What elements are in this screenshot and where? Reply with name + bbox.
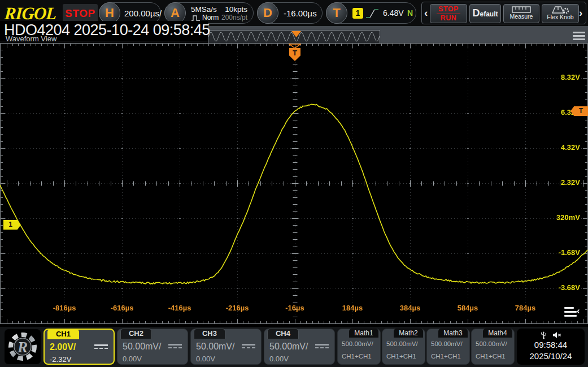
- volt-axis-label: 8.32V: [561, 73, 580, 81]
- horizontal-scale-value: 200.00µs/: [124, 8, 162, 18]
- d-knob-icon[interactable]: D: [257, 2, 278, 24]
- trigger-position-outline-icon: [289, 44, 301, 49]
- ch1-offset: -2.32V: [50, 355, 71, 364]
- time-axis-label: 784µs: [503, 304, 548, 312]
- time-axis-label: 184µs: [330, 304, 375, 312]
- ch2-offset: 0.00V: [123, 355, 142, 363]
- time-axis-label: 384µs: [387, 304, 433, 312]
- flex-knob-button[interactable]: Flex Knob: [542, 4, 579, 23]
- waveform-display: [0, 43, 588, 324]
- channel-card-ch3[interactable]: CH3 50.00mV/ 0.00V: [190, 329, 262, 365]
- math-card-math3[interactable]: Math3 500.00mV/ CH1+CH1: [426, 329, 470, 365]
- math3-scale: 500.00mV/: [431, 340, 463, 347]
- t-knob-icon[interactable]: T: [326, 2, 347, 24]
- math1-expression: CH1+CH1: [342, 353, 372, 360]
- math4-expression: CH1+CH1: [476, 353, 506, 360]
- horizontal-offset-value: -16.00µs: [284, 8, 317, 18]
- sample-rate: 5MSa/s: [191, 5, 217, 14]
- ch4-offset: 0.00V: [269, 355, 289, 363]
- rigol-gear-logo[interactable]: R: [5, 329, 41, 364]
- time-axis-label: -816µs: [42, 304, 87, 312]
- math4-tab[interactable]: Math4: [483, 329, 512, 338]
- ch4-scale: 50.00mV/: [269, 342, 308, 352]
- math3-expression: CH1+CH1: [431, 353, 461, 360]
- waveform-view-label: Waveform View: [6, 34, 56, 43]
- math2-expression: CH1+CH1: [386, 353, 416, 360]
- ch4-dc-coupling-icon: [315, 344, 329, 348]
- speaker-muted-icon: [552, 331, 561, 339]
- volt-axis-label: 320mV: [556, 213, 580, 222]
- ch2-tab[interactable]: CH2: [120, 329, 152, 339]
- system-time: 09:58:44: [517, 339, 585, 351]
- math-card-math1[interactable]: Math1 500.00mV/ CH1+CH1: [337, 329, 381, 365]
- trigger-sweep-mode: N: [407, 8, 413, 18]
- math1-scale: 500.00mV/: [342, 340, 373, 347]
- scroll-right-chevron[interactable]: ›: [579, 7, 582, 19]
- ch4-tab[interactable]: CH4: [267, 329, 299, 339]
- scroll-left-chevron[interactable]: ‹: [424, 7, 428, 19]
- trigger-control[interactable]: T 1 6.48V N: [326, 2, 416, 24]
- trigger-source-badge: 1: [352, 8, 363, 19]
- knob-icon: [549, 6, 572, 14]
- time-axis-label: 584µs: [445, 304, 490, 312]
- stop-run-button[interactable]: STOP RUN: [430, 4, 467, 23]
- time-axis-label: -616µs: [99, 304, 145, 312]
- quick-buttons-group: ‹ STOP RUN Default Measure Flex Knob ›: [421, 2, 586, 24]
- default-button[interactable]: Default: [469, 4, 501, 23]
- trigger-level-marker[interactable]: T: [570, 106, 588, 116]
- usb-icon: [541, 331, 547, 339]
- gear-r-icon: R: [5, 329, 41, 364]
- sample-interval: 200ns/pt: [221, 14, 247, 21]
- ch1-tab[interactable]: CH1: [47, 329, 79, 339]
- volt-axis-label: -1.68V: [559, 248, 580, 257]
- ch3-scale: 50.00mV/: [196, 342, 234, 352]
- ch1-dc-coupling-icon: [94, 344, 108, 349]
- ch3-tab[interactable]: CH3: [194, 329, 225, 339]
- ch1-scale: 2.00V/: [50, 342, 76, 352]
- channel-card-ch2[interactable]: CH2 50.00mV/ 0.00V: [117, 329, 188, 365]
- rising-edge-icon: [365, 7, 380, 20]
- volt-axis-label: 4.32V: [561, 143, 580, 152]
- channel1-offset-marker[interactable]: 1: [3, 220, 21, 230]
- math2-scale: 500.00mV/: [386, 340, 418, 347]
- trigger-level-value: 6.48V: [383, 8, 404, 18]
- math4-scale: 500.00mV/: [476, 340, 507, 347]
- channel-card-ch4[interactable]: CH4 50.00mV/ 0.00V: [264, 329, 335, 365]
- time-axis-label: -216µs: [215, 304, 260, 312]
- math-card-math4[interactable]: Math4 500.00mV/ CH1+CH1: [471, 329, 515, 365]
- ch3-dc-coupling-icon: [242, 344, 255, 348]
- time-axis-label: -16µs: [272, 304, 317, 312]
- ch2-scale: 50.00mV/: [123, 342, 161, 352]
- acquisition-mode: Norm: [202, 14, 219, 21]
- acquisition-status-badge: STOP: [63, 4, 98, 23]
- channel-card-ch1[interactable]: CH1 2.00V/ -2.32V: [43, 329, 115, 365]
- math1-tab[interactable]: Math1: [349, 329, 378, 338]
- volt-axis-label: 2.32V: [561, 178, 580, 187]
- time-axis-label: -416µs: [157, 304, 202, 312]
- oscilloscope-screen: RIGOL STOP H 200.00µs/ A 5MSa/s 10kpts N…: [0, 0, 588, 367]
- memory-depth: 10kpts: [225, 5, 247, 14]
- ch2-dc-coupling-icon: [168, 344, 182, 348]
- waveform-preview-strip[interactable]: [208, 30, 380, 44]
- system-date: 2025/10/24: [517, 351, 585, 362]
- svg-text:R: R: [17, 339, 28, 356]
- square-wave-icon: [191, 14, 201, 21]
- math2-tab[interactable]: Math2: [394, 329, 423, 338]
- clock-panel[interactable]: 09:58:44 2025/10/24: [517, 329, 585, 365]
- ruler-icon: [512, 6, 531, 13]
- math3-tab[interactable]: Math3: [438, 329, 468, 338]
- view-menu-icon[interactable]: [573, 32, 585, 41]
- horizontal-offset-control[interactable]: D -16.00µs: [257, 2, 323, 24]
- ch3-offset: 0.00V: [196, 355, 215, 363]
- math-card-math2[interactable]: Math2 500.00mV/ CH1+CH1: [382, 329, 425, 365]
- volt-axis-label: -3.68V: [559, 283, 580, 292]
- measure-button[interactable]: Measure: [503, 4, 539, 23]
- collapse-menu-icon[interactable]: ‹: [564, 306, 586, 321]
